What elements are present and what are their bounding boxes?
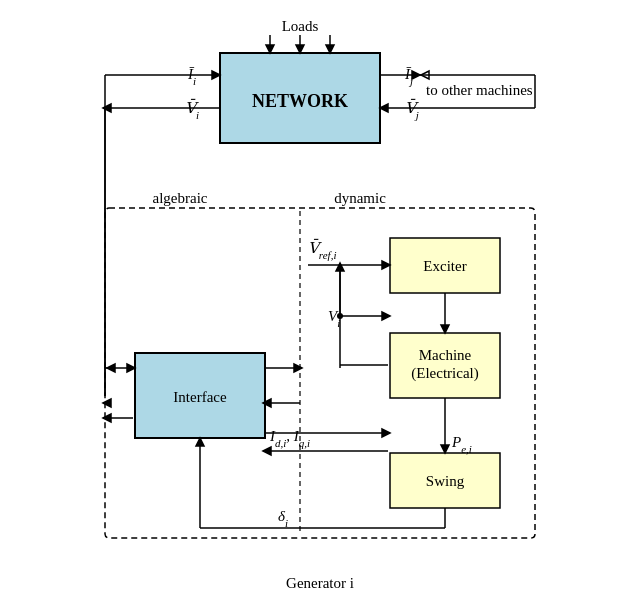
left-v-arrow1 [107,364,115,372]
generator-label: Generator i [286,575,354,591]
machine-swing-head [441,445,449,453]
load-arrowhead-1 [266,45,274,53]
diagram-container: NETWORK Interface Exciter Machine (Elect… [30,13,610,603]
V-j-bar-label: V̄j [405,98,419,121]
delta-arrowhead [196,438,204,446]
I-i-bar-label: Īi [187,66,196,87]
left-v-arrow2 [103,399,111,407]
loads-label: Loads [282,18,319,34]
V-ref-arrowhead [382,261,390,269]
I-dq-back-head [263,447,271,455]
machine-label2: (Electrical) [411,365,478,382]
V-j-arrowhead [380,104,388,112]
P-e-label: Pe,i [451,434,472,455]
I-j-arrowhead [412,71,420,79]
machine-label1: Machine [419,347,472,363]
load-arrowhead-2 [296,45,304,53]
I-i-in-arrowhead [212,71,220,79]
V-ref-label: V̄ref,i [308,238,336,261]
V-i-machine-head [382,312,390,320]
interface-label: Interface [173,389,227,405]
algebraic-label: algebraic [153,190,208,206]
exciter-machine-head [441,325,449,333]
I-dq-arrowhead [382,429,390,437]
swing-label: Swing [426,473,465,489]
dynamic-label: dynamic [334,190,386,206]
from-interface-bot-head [103,414,111,422]
to-interface-top-head [127,364,135,372]
I-dq-label: Id,i, Iq,i [269,428,310,449]
delta-label: δi [278,508,288,529]
load-arrowhead-3 [326,45,334,53]
int-to-dyn-head [294,364,302,372]
network-label: NETWORK [252,91,348,111]
junction-dot [337,313,343,319]
V-i-out-arrowhead [103,104,111,112]
V-i-bar-label: V̄i [185,98,199,121]
exciter-label: Exciter [423,258,466,274]
to-other-label: to other machines [426,82,533,98]
